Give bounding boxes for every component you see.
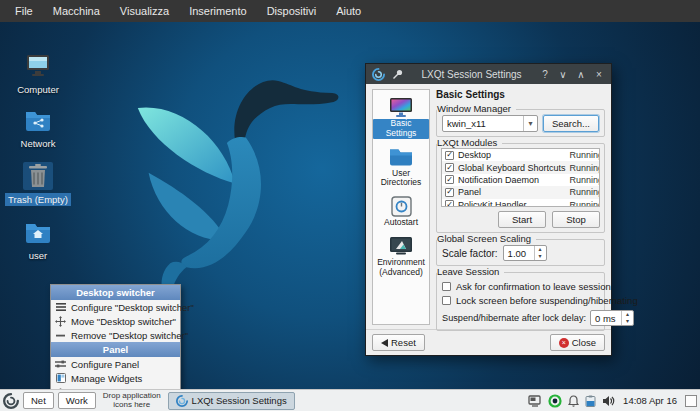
configure-panel-icon [55, 359, 66, 370]
menu-item-configure-desktop-switcher[interactable]: Configure "Desktop switcher" [51, 300, 180, 314]
lock-delay-spinbox[interactable]: 0 ms ▴ ▾ [590, 310, 634, 326]
notifications-bell-icon[interactable] [568, 395, 579, 407]
module-name: Notification Daemon [458, 175, 566, 185]
checkbox-checked-icon[interactable]: ✓ [445, 188, 454, 197]
checkbox-checked-icon[interactable]: ✓ [445, 163, 454, 172]
display-tray-icon[interactable] [528, 395, 542, 407]
module-status: Running [570, 163, 600, 173]
clipboard-tray-icon[interactable] [585, 395, 596, 407]
scale-factor-spinbox[interactable]: 1.00 ▴ ▾ [503, 245, 547, 261]
undo-arrow-icon [381, 339, 388, 347]
checkbox-unchecked-icon[interactable] [442, 282, 451, 291]
leave-session-label: Leave Session [437, 267, 504, 277]
lock-delay-label: Suspend/hibernate after lock delay: [442, 313, 586, 323]
help-button[interactable]: ? [539, 69, 551, 80]
system-tray [528, 394, 615, 408]
checkbox-checked-icon[interactable]: ✓ [445, 175, 454, 184]
close-button[interactable]: × Close [550, 334, 605, 351]
lxqt-modules-label: LXQt Modules [437, 138, 502, 148]
spin-down-icon[interactable]: ▾ [535, 253, 546, 260]
global-screen-scaling-group: Global Screen Scaling Scale factor: 1.00… [436, 239, 605, 266]
checkbox-checked-icon[interactable]: ✓ [445, 200, 454, 207]
basic-settings-page: Basic Settings Window Manager kwin_x11 ▾… [436, 89, 605, 325]
sidebar-item-label: Basic Settings [373, 119, 429, 139]
search-button[interactable]: Search... [543, 115, 599, 132]
desktop-icon-user[interactable]: user [4, 218, 72, 262]
context-menu-section-title: Desktop switcher [51, 285, 180, 300]
menu-input[interactable]: Inserimento [180, 2, 255, 20]
reset-button[interactable]: Reset [372, 334, 425, 351]
menu-item-label: Manage Widgets [71, 373, 142, 384]
module-status: Running [570, 200, 600, 207]
window-footer: Reset × Close [366, 329, 611, 355]
menu-machine[interactable]: Macchina [44, 2, 109, 20]
checkbox-label: Ask for confirmation to leave session [456, 281, 611, 292]
page-title: Basic Settings [436, 89, 605, 100]
desktop-icon-computer[interactable]: Computer [4, 52, 72, 96]
module-row[interactable]: ✓ Notification Daemon Running [442, 174, 600, 186]
module-row[interactable]: ✓ Desktop Running [442, 149, 600, 161]
clock[interactable]: 14:08 Apr 16 [623, 395, 677, 406]
maximize-button[interactable]: ∧ [575, 69, 587, 80]
start-button[interactable]: Start [498, 211, 546, 228]
main-menu-button[interactable] [3, 393, 19, 409]
menu-item-label: Move "Desktop switcher" [71, 316, 176, 327]
module-status: Running [570, 150, 600, 160]
spin-up-icon[interactable]: ▴ [622, 311, 633, 318]
desktop-switcher-net[interactable]: Net [23, 392, 54, 409]
desktop-switcher-work[interactable]: Work [58, 392, 96, 409]
desktop-icon-label: Network [18, 137, 59, 150]
lxqt-session-settings-window: LXQt Session Settings ? ∨ ∧ × Basic Sett… [365, 63, 612, 356]
menu-item-manage-widgets[interactable]: Manage Widgets [51, 371, 180, 385]
close-red-icon: × [559, 338, 569, 348]
task-button-lxqt-session-settings[interactable]: LXQt Session Settings [168, 392, 295, 410]
menu-item-move-desktop-switcher[interactable]: Move "Desktop switcher" [51, 314, 180, 328]
combo-value: kwin_x11 [443, 118, 523, 129]
menu-item-label: Configure Panel [71, 359, 139, 370]
modules-list[interactable]: ✓ Desktop Running ✓ Global Keyboard Shor… [441, 148, 600, 207]
menu-file[interactable]: File [6, 2, 42, 20]
desktop-icon-label: user [26, 249, 50, 262]
desktop-icon-trash[interactable]: Trash (Empty) [4, 162, 72, 206]
global-screen-scaling-label: Global Screen Scaling [437, 234, 536, 244]
lxqt-app-icon [372, 68, 385, 81]
checkbox-label: Lock screen before suspending/hibernatin… [456, 295, 638, 306]
pin-icon[interactable] [391, 68, 404, 81]
window-manager-group: Window Manager kwin_x11 ▾ Search... [436, 109, 605, 137]
sidebar-item-basic-settings[interactable]: Basic Settings [373, 94, 429, 142]
computer-icon [23, 52, 53, 80]
menu-devices[interactable]: Dispositivi [258, 2, 326, 20]
volume-speaker-icon[interactable] [602, 395, 615, 407]
sidebar-item-label: Autostart [382, 218, 420, 228]
menu-view[interactable]: Visualizza [111, 2, 178, 20]
user-directories-icon [386, 145, 416, 169]
window-titlebar[interactable]: LXQt Session Settings ? ∨ ∧ × [366, 64, 611, 84]
spin-down-icon[interactable]: ▾ [622, 318, 633, 325]
stop-button[interactable]: Stop [552, 211, 600, 228]
module-status: Running [570, 175, 600, 185]
widgets-icon [55, 373, 66, 384]
module-row[interactable]: ✓ PolicyKit Handler Running [442, 199, 600, 207]
status-green-tray-icon[interactable] [548, 394, 562, 408]
checkbox-unchecked-icon[interactable] [442, 296, 451, 305]
module-row[interactable]: ✓ Panel Running [442, 186, 600, 198]
menu-item-configure-panel[interactable]: Configure Panel [51, 357, 180, 371]
sidebar-item-autostart[interactable]: Autostart [373, 193, 429, 231]
spin-up-icon[interactable]: ▴ [535, 246, 546, 253]
window-manager-combo[interactable]: kwin_x11 ▾ [442, 115, 538, 132]
menu-item-label: Remove "Desktop switcher" [71, 330, 188, 341]
sidebar-item-label: User Directories [379, 169, 424, 189]
lock-screen-checkbox-row[interactable]: Lock screen before suspending/hibernatin… [442, 295, 599, 306]
menu-item-remove-desktop-switcher[interactable]: Remove "Desktop switcher" [51, 328, 180, 342]
desktop-icon-network[interactable]: Network [4, 106, 72, 150]
confirmation-checkbox-row[interactable]: Ask for confirmation to leave session [442, 281, 599, 292]
shade-button[interactable]: ∨ [557, 69, 569, 80]
show-desktop-button[interactable] [685, 395, 697, 407]
close-window-button[interactable]: × [593, 69, 605, 80]
sidebar-item-environment-advanced[interactable]: Environment (Advanced) [373, 233, 429, 281]
menu-help[interactable]: Aiuto [327, 2, 370, 20]
sidebar-item-user-directories[interactable]: User Directories [373, 144, 429, 192]
checkbox-checked-icon[interactable]: ✓ [445, 151, 454, 160]
basic-settings-icon [386, 95, 416, 119]
module-row[interactable]: ✓ Global Keyboard Shortcuts Running [442, 161, 600, 173]
